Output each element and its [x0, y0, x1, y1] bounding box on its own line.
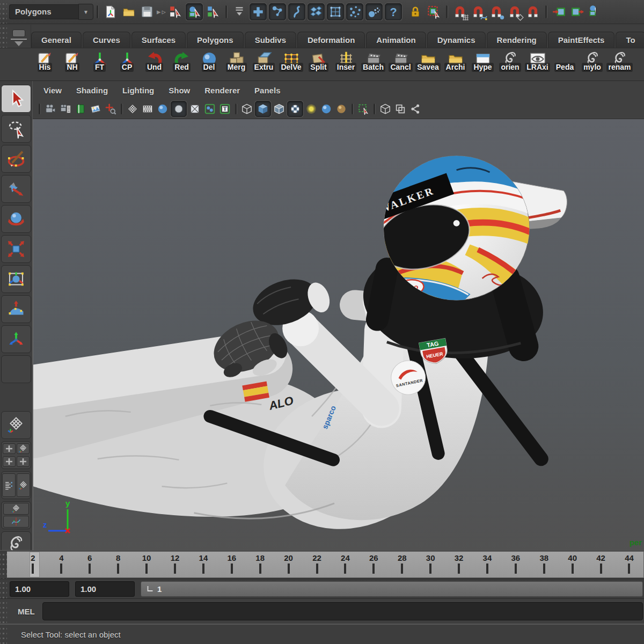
menu-renderer[interactable]: Renderer	[204, 86, 240, 95]
shelf-button-delete[interactable]: Del	[195, 49, 223, 80]
driver-model[interactable]: ALO sparco	[33, 119, 644, 550]
back-light-icon[interactable]	[334, 102, 348, 116]
layout-single-pane-button[interactable]	[1, 411, 31, 439]
open-scene-icon[interactable]	[121, 4, 137, 20]
frame-tick[interactable]: 2	[19, 552, 47, 577]
paint-select-tool[interactable]	[1, 145, 31, 173]
shelf-button-his[interactable]: His	[31, 49, 58, 80]
frame-tick[interactable]: 24	[331, 552, 360, 577]
soft-modification-tool[interactable]	[1, 295, 31, 323]
frame-tick[interactable]: 30	[416, 552, 445, 577]
group-collapse-icon[interactable]: ▹	[162, 7, 166, 17]
chevron-down-icon[interactable]: ▼	[78, 4, 93, 20]
shelf-button-nh[interactable]: NH	[58, 49, 86, 80]
tab-deformation[interactable]: Deformation	[297, 32, 365, 48]
menu-view[interactable]: View	[43, 86, 62, 95]
tab-polygons[interactable]: Polygons	[187, 32, 244, 48]
shelf-button-rename[interactable]: renam	[606, 49, 633, 80]
tab-general[interactable]: General	[31, 32, 82, 48]
layout-outliner-persp-button[interactable]	[1, 471, 31, 499]
menu-show[interactable]: Show	[169, 86, 190, 95]
input-connections-icon[interactable]	[551, 4, 567, 20]
snap-grid-icon[interactable]	[452, 4, 468, 20]
shelf-button-delvert[interactable]: DelVe	[277, 49, 305, 80]
shelf-button-orient[interactable]: orien	[496, 49, 524, 80]
range-drag-handle[interactable]	[0, 579, 7, 598]
frame-tick[interactable]: 20	[274, 552, 303, 577]
camera-icon[interactable]	[43, 102, 57, 116]
selection-mask-menu-icon[interactable]	[231, 4, 247, 20]
shelf-button-cp[interactable]: CP	[113, 49, 141, 80]
shelf-button-archive[interactable]: Archi	[442, 49, 469, 80]
lock-selection-icon[interactable]	[407, 4, 423, 20]
film-gate-icon[interactable]	[141, 102, 155, 116]
frame-tick[interactable]: 42	[587, 552, 615, 577]
subdiv-cube-icon[interactable]	[272, 102, 286, 116]
shelf-button-cancel[interactable]: Cancl	[387, 49, 414, 80]
shelf-tab-button[interactable]	[12, 30, 25, 37]
shelf-button-split[interactable]: Split	[305, 49, 332, 80]
camera-attributes-icon[interactable]	[58, 102, 72, 116]
frame-tick[interactable]: 22	[303, 552, 331, 577]
tab-dynamics[interactable]: Dynamics	[427, 32, 486, 48]
tab-subdivs[interactable]: Subdivs	[245, 32, 296, 48]
image-plane-icon[interactable]	[89, 102, 103, 116]
frame-tick[interactable]: 8	[104, 552, 133, 577]
frame-tick[interactable]: 4	[47, 552, 76, 577]
menu-set-selector[interactable]: Polygons ▼	[9, 4, 93, 20]
shelf-button-merge[interactable]: Merg	[223, 49, 250, 80]
textured-icon[interactable]	[218, 102, 232, 116]
grid-icon[interactable]	[126, 102, 140, 116]
shelf-button-lraxis[interactable]: LRAxi	[524, 49, 551, 80]
tab-toon[interactable]: To	[616, 32, 644, 48]
frame-tick[interactable]: 26	[360, 552, 388, 577]
bookmark-icon[interactable]	[74, 102, 87, 116]
select-tool[interactable]	[1, 85, 31, 113]
gate-mask-icon[interactable]	[171, 101, 187, 117]
frame-tick[interactable]: 18	[246, 552, 274, 577]
new-scene-icon[interactable]	[103, 4, 119, 20]
construction-history-icon[interactable]	[588, 4, 596, 20]
menu-shading[interactable]: Shading	[76, 86, 108, 95]
range-slider-bar[interactable]: 1	[141, 581, 643, 597]
pan-zoom-icon[interactable]	[104, 102, 118, 116]
snap-point-icon[interactable]	[488, 4, 504, 20]
frame-tick[interactable]: 14	[189, 552, 217, 577]
tab-curves[interactable]: Curves	[83, 32, 130, 48]
shelf-button-insert[interactable]: Inser	[332, 49, 360, 80]
select-component-icon[interactable]	[205, 4, 221, 20]
show-manipulator-tool[interactable]	[1, 325, 31, 353]
command-line-drag-handle[interactable]	[0, 599, 7, 624]
tab-animation[interactable]: Animation	[366, 32, 426, 48]
shelf-drag-handle[interactable]	[0, 24, 7, 48]
mask-handles-icon[interactable]	[269, 3, 286, 20]
group-collapse-icon[interactable]: ▸	[157, 7, 161, 17]
tab-painteffects[interactable]: PaintEffects	[548, 32, 615, 48]
frame-tick[interactable]: 6	[76, 552, 104, 577]
frame-tick[interactable]: 44	[615, 552, 643, 577]
select-object-icon[interactable]	[186, 3, 203, 20]
mask-misc-icon[interactable]	[385, 3, 402, 20]
wire-cube-icon[interactable]	[240, 102, 254, 116]
shelf-button-pedal[interactable]: Peda	[551, 49, 579, 80]
frame-tick[interactable]: 40	[558, 552, 587, 577]
layout-four-pane-button[interactable]	[1, 441, 31, 469]
shelf-menu-arrow-icon[interactable]	[14, 41, 23, 46]
snap-curve-icon[interactable]	[470, 4, 486, 20]
shelf-button-hypergraph[interactable]: Hype	[469, 49, 496, 80]
overlap-panes-icon[interactable]	[393, 102, 407, 116]
mask-dynamics-icon[interactable]	[346, 3, 363, 20]
menu-set-value[interactable]: Polygons	[9, 4, 78, 19]
frame-tick[interactable]: 12	[161, 552, 189, 577]
shaded-sphere-icon[interactable]	[156, 102, 170, 116]
isolate-select-icon[interactable]	[356, 102, 370, 116]
mask-curves-icon[interactable]	[288, 3, 305, 20]
mel-input[interactable]	[42, 602, 643, 620]
help-line-drag-handle[interactable]	[0, 625, 7, 644]
share-nodes-icon[interactable]	[408, 102, 422, 116]
shelf-button-undo[interactable]: Und	[141, 49, 168, 80]
time-slider-drag-handle[interactable]	[0, 551, 7, 579]
layout-persp-graph-button[interactable]	[1, 501, 31, 529]
snap-magnet-icon[interactable]	[525, 4, 541, 20]
frame-tick[interactable]: 32	[445, 552, 473, 577]
